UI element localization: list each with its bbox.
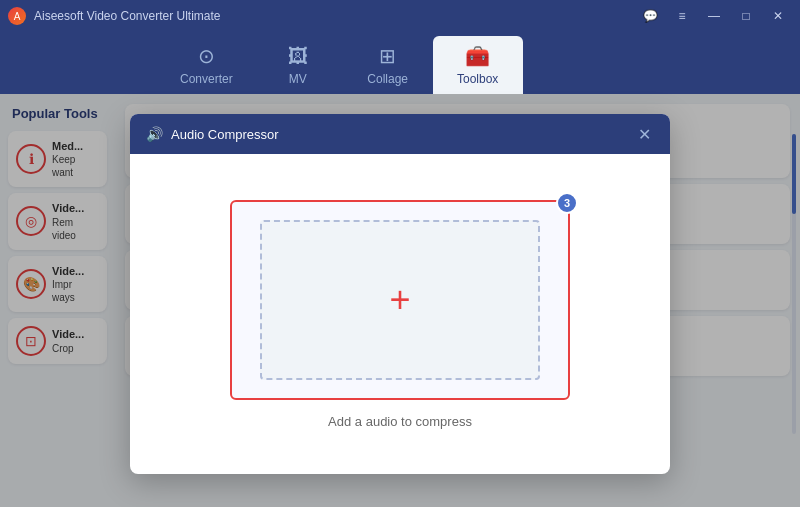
converter-icon: ⊙ xyxy=(198,44,215,68)
tab-collage[interactable]: ⊞ Collage xyxy=(343,36,433,94)
close-button[interactable]: ✕ xyxy=(764,6,792,26)
tab-converter[interactable]: ⊙ Converter xyxy=(160,36,253,94)
tab-collage-label: Collage xyxy=(367,72,408,86)
main-content: Popular Tools ℹ Med... Keepwant ◎ Vide..… xyxy=(0,94,800,507)
title-bar-left: A Aiseesoft Video Converter Ultimate xyxy=(8,7,221,25)
toolbox-icon: 🧰 xyxy=(465,44,490,68)
window-controls: 💬 ≡ — □ ✕ xyxy=(636,6,792,26)
file-count-badge: 3 xyxy=(556,192,578,214)
minimize-button[interactable]: — xyxy=(700,6,728,26)
modal-overlay: 🔊 Audio Compressor ✕ + 3 Add a audio to … xyxy=(0,94,800,507)
nav-bar: ⊙ Converter 🖼 MV ⊞ Collage 🧰 Toolbox xyxy=(0,32,800,94)
tab-converter-label: Converter xyxy=(180,72,233,86)
menu-button[interactable]: ≡ xyxy=(668,6,696,26)
plus-icon: + xyxy=(389,282,410,318)
drop-zone[interactable]: + 3 xyxy=(230,200,570,400)
tab-mv[interactable]: 🖼 MV xyxy=(253,37,343,94)
modal-close-button[interactable]: ✕ xyxy=(634,124,654,144)
drop-zone-label: Add a audio to compress xyxy=(328,414,472,429)
modal-body: + 3 Add a audio to compress xyxy=(130,154,670,474)
tab-mv-label: MV xyxy=(289,72,307,86)
mv-icon: 🖼 xyxy=(288,45,308,68)
modal-title: Audio Compressor xyxy=(171,127,279,142)
drop-zone-inner: + xyxy=(260,220,540,380)
title-bar: A Aiseesoft Video Converter Ultimate 💬 ≡… xyxy=(0,0,800,32)
app-title: Aiseesoft Video Converter Ultimate xyxy=(34,9,221,23)
collage-icon: ⊞ xyxy=(379,44,396,68)
chat-button[interactable]: 💬 xyxy=(636,6,664,26)
audio-compressor-header-icon: 🔊 xyxy=(146,126,163,142)
tab-toolbox[interactable]: 🧰 Toolbox xyxy=(433,36,523,94)
audio-compressor-modal: 🔊 Audio Compressor ✕ + 3 Add a audio to … xyxy=(130,114,670,474)
maximize-button[interactable]: □ xyxy=(732,6,760,26)
modal-header: 🔊 Audio Compressor ✕ xyxy=(130,114,670,154)
app-icon: A xyxy=(8,7,26,25)
tab-toolbox-label: Toolbox xyxy=(457,72,498,86)
